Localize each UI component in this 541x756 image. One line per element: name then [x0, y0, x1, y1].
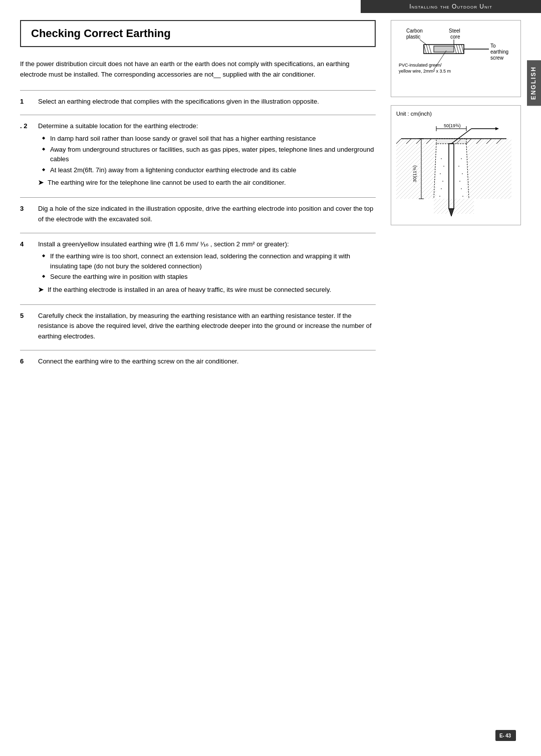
- svg-point-60: [462, 196, 463, 197]
- step-4-number: 4: [20, 239, 30, 298]
- step-2-text: Determine a suitable location for the ea…: [38, 121, 376, 132]
- step-1-text: Select an earthing electrode that compli…: [38, 97, 376, 107]
- svg-text:earthing: earthing: [490, 49, 508, 55]
- svg-point-51: [440, 173, 441, 174]
- svg-rect-7: [434, 46, 454, 52]
- step-4: 4 Install a green/yellow insulated earth…: [20, 233, 376, 304]
- svg-line-10: [429, 45, 431, 54]
- svg-rect-44: [396, 139, 436, 199]
- right-column: Carbon plastic Steel core: [391, 20, 521, 375]
- step-4-text: Install a green/yellow insulated earthin…: [38, 239, 376, 250]
- svg-text:screw: screw: [490, 55, 504, 61]
- svg-rect-37: [436, 139, 466, 144]
- svg-rect-45: [466, 139, 511, 199]
- page-prefix: E-: [499, 733, 504, 738]
- intro-paragraph: If the power distribution circuit does n…: [20, 59, 376, 80]
- svg-point-55: [461, 158, 462, 159]
- svg-line-12: [456, 45, 459, 54]
- svg-point-53: [441, 188, 442, 189]
- bullet-4-1: If the earthing wire is too short, conne…: [42, 251, 376, 271]
- arrow-icon-4: ➤: [38, 285, 44, 295]
- step-1: 1 Select an earthing electrode that comp…: [20, 90, 376, 115]
- diagram-electrode-cross-section: Carbon plastic Steel core: [391, 20, 521, 97]
- step-2-content: Determine a suitable location for the ea…: [38, 121, 376, 191]
- svg-point-52: [442, 181, 443, 182]
- svg-line-13: [459, 45, 461, 54]
- step-1-content: Select an earthing electrode that compli…: [38, 97, 376, 109]
- svg-point-54: [439, 196, 440, 197]
- step-6-number: 6: [20, 356, 30, 369]
- svg-point-57: [462, 173, 463, 174]
- step-1-number: 1: [20, 97, 30, 109]
- language-tab: ENGLISH: [527, 60, 541, 106]
- bullet-2-3: At least 2m(6ft. 7in) away from a lighte…: [42, 165, 376, 175]
- bullet-4-2: Secure the earthing wire in position wit…: [42, 272, 376, 282]
- svg-line-9: [426, 45, 429, 54]
- step-6-content: Connect the earthing wire to the earthin…: [38, 356, 376, 369]
- step-2-bullets: In damp hard soil rather than loose sand…: [42, 134, 376, 175]
- step-3-number: 3: [20, 204, 30, 227]
- language-label: ENGLISH: [530, 66, 537, 100]
- step-3: 3 Dig a hole of the size indicated in th…: [20, 197, 376, 233]
- step-2-note: ➤ The earthing wire for the telephone li…: [38, 178, 376, 188]
- svg-text:To: To: [490, 43, 496, 49]
- step-4-note-text: If the earthing electrode is installed i…: [48, 285, 331, 295]
- arrow-icon-2: ➤: [38, 178, 44, 188]
- svg-point-50: [443, 166, 444, 167]
- main-content: Checking Correct Earthing If the power d…: [0, 20, 541, 395]
- step-4-note: ➤ If the earthing electrode is installed…: [38, 285, 376, 295]
- electrode-svg: Carbon plastic Steel core: [396, 26, 511, 91]
- step-5-content: Carefully check the installation, by mea…: [38, 311, 376, 344]
- svg-point-59: [461, 188, 462, 189]
- section-title-box: Checking Correct Earthing: [20, 20, 376, 47]
- svg-line-11: [454, 45, 456, 54]
- step-3-content: Dig a hole of the size indicated in the …: [38, 204, 376, 227]
- step-2-note-text: The earthing wire for the telephone line…: [48, 178, 286, 188]
- bullet-2-2: Away from underground structures or faci…: [42, 145, 376, 164]
- svg-text:yellow wire, 2mm² x 3.5 m: yellow wire, 2mm² x 3.5 m: [399, 69, 451, 74]
- svg-text:50(19¾): 50(19¾): [444, 123, 461, 128]
- section-title: Checking Correct Earthing: [31, 27, 365, 40]
- step-4-content: Install a green/yellow insulated earthin…: [38, 239, 376, 298]
- bullet-2-1: In damp hard soil rather than loose sand…: [42, 134, 376, 144]
- step-5: 5 Carefully check the installation, by m…: [20, 304, 376, 350]
- svg-point-56: [458, 166, 459, 167]
- svg-text:core: core: [450, 34, 460, 40]
- page-number: E-43: [495, 730, 516, 741]
- svg-text:Steel: Steel: [449, 28, 460, 34]
- step-5-text: Carefully check the installation, by mea…: [38, 311, 376, 342]
- page-num-value: 43: [505, 733, 511, 738]
- svg-marker-63: [495, 127, 499, 130]
- diagram2-unit-label: Unit : cm(inch): [396, 111, 515, 117]
- step-6: 6 Connect the earthing wire to the earth…: [20, 350, 376, 375]
- header-title: Installing the Outdoor Unit: [409, 3, 492, 10]
- step-2: . 2 Determine a suitable location for th…: [20, 115, 376, 197]
- step-4-bullets: If the earthing wire is too short, conne…: [42, 251, 376, 282]
- hole-svg: 50(19¾) 30(11¾): [396, 119, 511, 219]
- svg-text:Carbon: Carbon: [406, 28, 423, 34]
- page-header: Installing the Outdoor Unit: [361, 0, 541, 13]
- diagram-hole-dimensions: Unit : cm(inch) 50(19¾): [391, 105, 521, 225]
- svg-point-49: [441, 158, 442, 159]
- step-5-number: 5: [20, 311, 30, 344]
- step-3-text: Dig a hole of the size indicated in the …: [38, 204, 376, 225]
- step-2-number: . 2: [20, 121, 30, 191]
- left-column: Checking Correct Earthing If the power d…: [20, 20, 376, 375]
- svg-point-58: [459, 181, 460, 182]
- step-6-text: Connect the earthing wire to the earthin…: [38, 356, 376, 367]
- svg-line-4: [420, 40, 426, 45]
- svg-text:plastic: plastic: [406, 34, 420, 40]
